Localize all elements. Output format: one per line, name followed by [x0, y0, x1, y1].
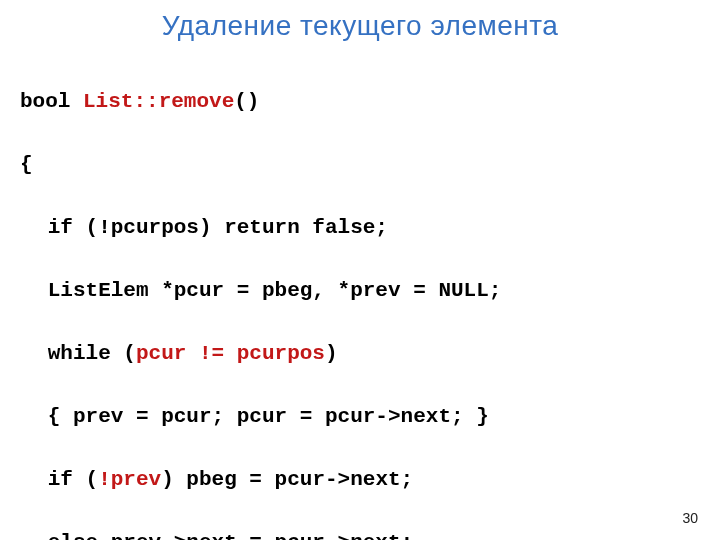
line6-text: { prev = pcur; pcur = pcur->next; }: [48, 405, 489, 428]
line8-text: else prev->next = pcur->next;: [48, 531, 413, 541]
l5c: ): [325, 342, 338, 365]
code-line-2: {: [20, 149, 700, 181]
code-line-4: ListElem *pcur = pbeg, *prev = NULL;: [20, 275, 700, 307]
l7a: if (: [48, 468, 98, 491]
l7b: !prev: [98, 468, 161, 491]
code-line-8: else prev->next = pcur->next;: [20, 527, 700, 541]
code-line-7: if (!prev) pbeg = pcur->next;: [20, 464, 700, 496]
kw-bool: bool: [20, 90, 83, 113]
slide-title: Удаление текущего элемента: [0, 0, 720, 42]
l7c: ) pbeg = pcur->next;: [161, 468, 413, 491]
code-line-5: while (pcur != pcurpos): [20, 338, 700, 370]
code-block: bool List::remove() { if (!pcurpos) retu…: [0, 42, 720, 540]
line4-text: ListElem *pcur = pbeg, *prev = NULL;: [48, 279, 502, 302]
l5b: pcur != pcurpos: [136, 342, 325, 365]
slide: Удаление текущего элемента bool List::re…: [0, 0, 720, 540]
line3-text: if (!pcurpos) return false;: [48, 216, 388, 239]
page-number: 30: [682, 510, 698, 526]
code-line-6: { prev = pcur; pcur = pcur->next; }: [20, 401, 700, 433]
l5a: while (: [48, 342, 136, 365]
code-line-1: bool List::remove(): [20, 86, 700, 118]
method-name: List::remove: [83, 90, 234, 113]
code-line-3: if (!pcurpos) return false;: [20, 212, 700, 244]
parens: (): [234, 90, 259, 113]
